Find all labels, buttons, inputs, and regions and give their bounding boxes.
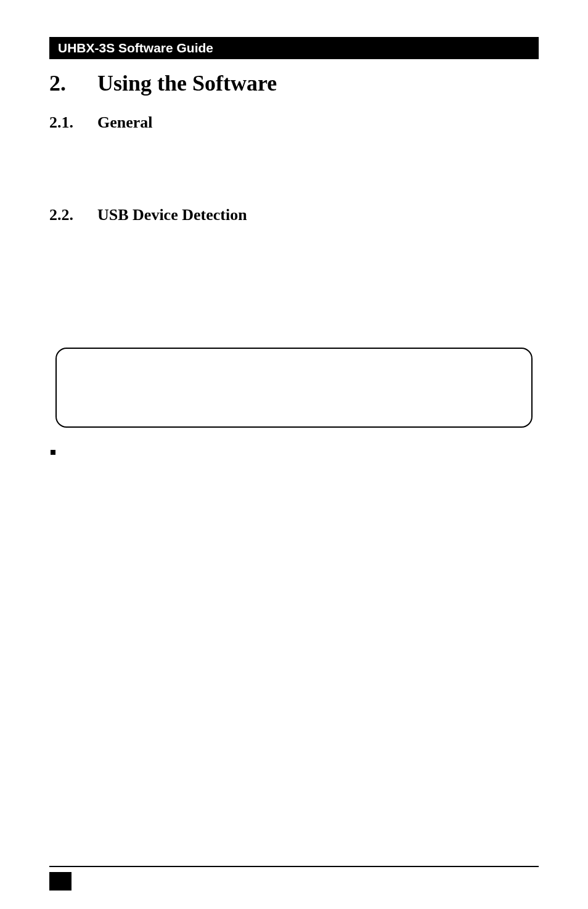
document-page: UHBX-3S Software Guide 2. Using the Soft… bbox=[0, 0, 588, 909]
note-box bbox=[55, 348, 533, 428]
section-number-2: 2.2. bbox=[49, 206, 97, 224]
section-heading-general: 2.1. General bbox=[49, 113, 539, 132]
chapter-number: 2. bbox=[49, 70, 97, 96]
bullet-icon bbox=[51, 450, 55, 455]
chapter-heading: 2. Using the Software bbox=[49, 70, 539, 96]
section-title-1: General bbox=[97, 113, 153, 132]
section-heading-usb: 2.2. USB Device Detection bbox=[49, 206, 539, 224]
header-title: UHBX-3S Software Guide bbox=[58, 41, 213, 55]
footer-rule bbox=[49, 866, 539, 867]
header-bar: UHBX-3S Software Guide bbox=[49, 37, 539, 59]
chapter-title: Using the Software bbox=[97, 70, 277, 96]
section-number-1: 2.1. bbox=[49, 113, 97, 132]
page-number-box bbox=[49, 872, 71, 891]
section-title-2: USB Device Detection bbox=[97, 206, 247, 224]
footer bbox=[49, 866, 539, 872]
